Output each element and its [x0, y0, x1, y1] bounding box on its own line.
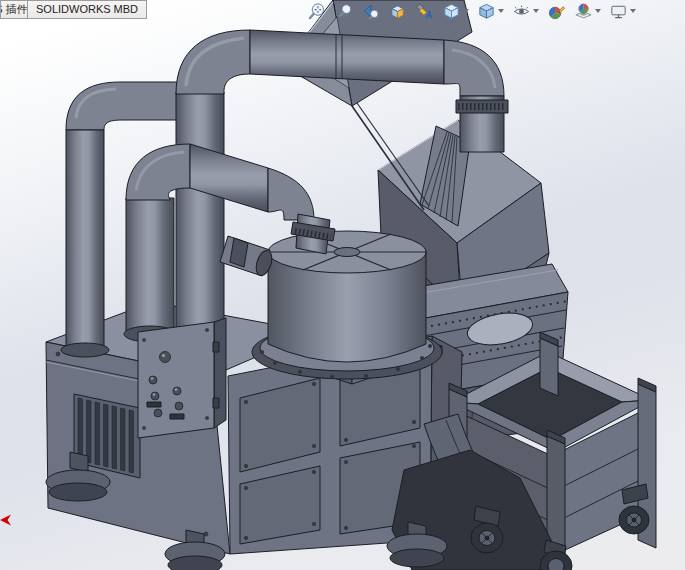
display-style-icon	[477, 2, 496, 21]
zoom-to-fit-icon	[307, 2, 326, 21]
machine-model[interactable]	[0, 0, 685, 570]
edit-appearance-button[interactable]	[545, 1, 568, 22]
dynamic-annotation-views-button[interactable]	[413, 1, 436, 22]
zoom-to-fit-button[interactable]	[305, 1, 328, 22]
tab-label: SOLIDWORKS 插件	[0, 1, 28, 18]
view-orientation-button[interactable]	[440, 1, 471, 22]
command-manager-tabs: SOLIDWORKS 插件 SOLIDWORKS MBD	[0, 0, 147, 19]
zoom-to-area-button[interactable]	[332, 1, 355, 22]
display-style-button[interactable]	[475, 1, 506, 22]
tab-solidworks-mbd[interactable]: SOLIDWORKS MBD	[28, 0, 147, 19]
hide-show-items-icon	[512, 2, 531, 21]
cyclone-separator[interactable]	[220, 231, 442, 379]
origin-triad-x-axis	[0, 512, 16, 528]
heads-up-view-toolbar	[305, 0, 638, 22]
panel-label-plate	[170, 414, 184, 419]
dynamic-annotation-views-icon	[415, 2, 434, 21]
hide-show-items-button[interactable]	[510, 1, 541, 22]
tab-label: SOLIDWORKS MBD	[36, 3, 138, 15]
chevron-down-icon[interactable]	[463, 9, 469, 13]
edit-appearance-icon	[547, 2, 566, 21]
view-settings-button[interactable]	[607, 1, 638, 22]
chevron-down-icon[interactable]	[533, 9, 539, 13]
graphics-viewport[interactable]	[0, 0, 685, 570]
tab-solidworks-addins[interactable]: SOLIDWORKS 插件	[0, 0, 28, 19]
view-settings-icon	[609, 2, 628, 21]
view-orientation-icon	[442, 2, 461, 21]
chevron-down-icon[interactable]	[498, 9, 504, 13]
previous-view-button[interactable]	[359, 1, 382, 22]
chevron-down-icon[interactable]	[595, 9, 601, 13]
apply-scene-button[interactable]	[572, 1, 603, 22]
section-view-button[interactable]	[386, 1, 409, 22]
zoom-to-area-icon	[334, 2, 353, 21]
apply-scene-icon	[574, 2, 593, 21]
chevron-down-icon[interactable]	[630, 9, 636, 13]
panel-label-plate	[147, 402, 161, 407]
previous-view-icon	[361, 2, 380, 21]
section-view-icon	[388, 2, 407, 21]
control-panel[interactable]	[138, 318, 226, 438]
